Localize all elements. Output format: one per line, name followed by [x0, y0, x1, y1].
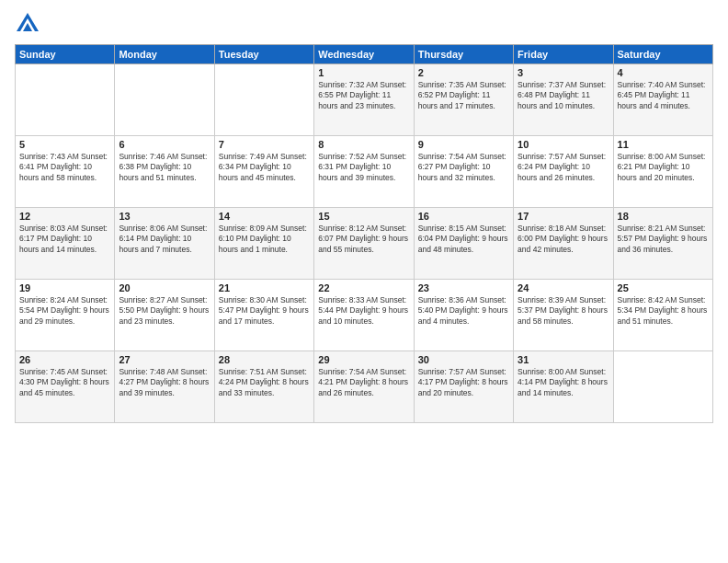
day-cell: 30Sunrise: 7:57 AM Sunset: 4:17 PM Dayli… [414, 351, 513, 423]
day-cell: 29Sunrise: 7:54 AM Sunset: 4:21 PM Dayli… [314, 351, 414, 423]
day-number: 5 [19, 139, 110, 150]
day-info: Sunrise: 8:30 AM Sunset: 5:47 PM Dayligh… [219, 295, 310, 327]
day-info: Sunrise: 8:36 AM Sunset: 5:40 PM Dayligh… [418, 295, 509, 327]
day-number: 3 [518, 67, 609, 78]
header-cell-sunday: Sunday [16, 45, 115, 64]
day-number: 8 [318, 139, 409, 150]
day-info: Sunrise: 8:00 AM Sunset: 6:21 PM Dayligh… [618, 152, 709, 183]
day-info: Sunrise: 8:39 AM Sunset: 5:37 PM Dayligh… [518, 295, 609, 327]
header-cell-friday: Friday [514, 45, 613, 64]
header-cell-thursday: Thursday [414, 45, 513, 64]
day-info: Sunrise: 8:15 AM Sunset: 6:04 PM Dayligh… [418, 224, 509, 255]
calendar-body: 1Sunrise: 7:32 AM Sunset: 6:55 PM Daylig… [16, 64, 713, 423]
header-cell-wednesday: Wednesday [314, 45, 414, 64]
day-cell: 16Sunrise: 8:15 AM Sunset: 6:04 PM Dayli… [414, 208, 513, 280]
day-info: Sunrise: 8:21 AM Sunset: 5:57 PM Dayligh… [618, 224, 709, 255]
week-row-1: 1Sunrise: 7:32 AM Sunset: 6:55 PM Daylig… [16, 64, 713, 136]
day-cell: 28Sunrise: 7:51 AM Sunset: 4:24 PM Dayli… [214, 351, 313, 423]
logo [15, 11, 44, 37]
day-cell: 17Sunrise: 8:18 AM Sunset: 6:00 PM Dayli… [514, 208, 613, 280]
day-number: 1 [318, 67, 409, 78]
day-info: Sunrise: 8:12 AM Sunset: 6:07 PM Dayligh… [318, 224, 409, 255]
day-info: Sunrise: 7:32 AM Sunset: 6:55 PM Dayligh… [318, 80, 409, 111]
day-info: Sunrise: 7:48 AM Sunset: 4:27 PM Dayligh… [119, 367, 210, 398]
day-number: 4 [618, 67, 709, 78]
day-number: 24 [518, 282, 609, 293]
day-info: Sunrise: 8:00 AM Sunset: 4:14 PM Dayligh… [518, 367, 609, 398]
day-cell: 12Sunrise: 8:03 AM Sunset: 6:17 PM Dayli… [16, 208, 115, 280]
day-cell: 14Sunrise: 8:09 AM Sunset: 6:10 PM Dayli… [214, 208, 313, 280]
header-cell-tuesday: Tuesday [214, 45, 313, 64]
day-number: 14 [219, 211, 310, 222]
day-cell: 8Sunrise: 7:52 AM Sunset: 6:31 PM Daylig… [314, 136, 414, 208]
header-row: SundayMondayTuesdayWednesdayThursdayFrid… [16, 45, 713, 64]
day-number: 16 [418, 211, 509, 222]
day-number: 26 [19, 354, 110, 365]
day-number: 21 [219, 282, 310, 293]
day-number: 18 [618, 211, 709, 222]
day-info: Sunrise: 8:42 AM Sunset: 5:34 PM Dayligh… [618, 295, 709, 327]
day-number: 25 [618, 282, 709, 293]
day-number: 12 [19, 211, 110, 222]
day-info: Sunrise: 7:40 AM Sunset: 6:45 PM Dayligh… [618, 80, 709, 111]
day-cell: 13Sunrise: 8:06 AM Sunset: 6:14 PM Dayli… [115, 208, 214, 280]
day-cell [214, 64, 313, 136]
day-cell: 4Sunrise: 7:40 AM Sunset: 6:45 PM Daylig… [613, 64, 712, 136]
day-info: Sunrise: 8:06 AM Sunset: 6:14 PM Dayligh… [119, 224, 210, 255]
week-row-2: 5Sunrise: 7:43 AM Sunset: 6:41 PM Daylig… [16, 136, 713, 208]
day-cell: 6Sunrise: 7:46 AM Sunset: 6:38 PM Daylig… [115, 136, 214, 208]
day-info: Sunrise: 7:35 AM Sunset: 6:52 PM Dayligh… [418, 80, 509, 111]
day-info: Sunrise: 7:49 AM Sunset: 6:34 PM Dayligh… [219, 152, 310, 183]
day-cell: 31Sunrise: 8:00 AM Sunset: 4:14 PM Dayli… [514, 351, 613, 423]
week-row-3: 12Sunrise: 8:03 AM Sunset: 6:17 PM Dayli… [16, 208, 713, 280]
day-cell: 7Sunrise: 7:49 AM Sunset: 6:34 PM Daylig… [214, 136, 313, 208]
header-cell-saturday: Saturday [613, 45, 712, 64]
week-row-5: 26Sunrise: 7:45 AM Sunset: 4:30 PM Dayli… [16, 351, 713, 423]
day-info: Sunrise: 7:37 AM Sunset: 6:48 PM Dayligh… [518, 80, 609, 111]
day-cell: 11Sunrise: 8:00 AM Sunset: 6:21 PM Dayli… [613, 136, 712, 208]
day-cell: 5Sunrise: 7:43 AM Sunset: 6:41 PM Daylig… [16, 136, 115, 208]
day-info: Sunrise: 7:52 AM Sunset: 6:31 PM Dayligh… [318, 152, 409, 183]
day-number: 9 [418, 139, 509, 150]
day-cell: 2Sunrise: 7:35 AM Sunset: 6:52 PM Daylig… [414, 64, 513, 136]
day-cell [613, 351, 712, 423]
day-info: Sunrise: 8:33 AM Sunset: 5:44 PM Dayligh… [318, 295, 409, 327]
day-number: 11 [618, 139, 709, 150]
day-info: Sunrise: 8:03 AM Sunset: 6:17 PM Dayligh… [19, 224, 110, 255]
day-cell: 15Sunrise: 8:12 AM Sunset: 6:07 PM Dayli… [314, 208, 414, 280]
day-info: Sunrise: 7:45 AM Sunset: 4:30 PM Dayligh… [19, 367, 110, 398]
day-cell: 23Sunrise: 8:36 AM Sunset: 5:40 PM Dayli… [414, 280, 513, 351]
day-cell: 3Sunrise: 7:37 AM Sunset: 6:48 PM Daylig… [514, 64, 613, 136]
day-number: 28 [219, 354, 310, 365]
day-cell: 9Sunrise: 7:54 AM Sunset: 6:27 PM Daylig… [414, 136, 513, 208]
day-cell: 27Sunrise: 7:48 AM Sunset: 4:27 PM Dayli… [115, 351, 214, 423]
header [15, 11, 713, 37]
day-number: 2 [418, 67, 509, 78]
week-row-4: 19Sunrise: 8:24 AM Sunset: 5:54 PM Dayli… [16, 280, 713, 351]
calendar-page: SundayMondayTuesdayWednesdayThursdayFrid… [0, 0, 728, 563]
calendar-table: SundayMondayTuesdayWednesdayThursdayFrid… [15, 44, 713, 423]
day-info: Sunrise: 7:46 AM Sunset: 6:38 PM Dayligh… [119, 152, 210, 183]
day-number: 22 [318, 282, 409, 293]
day-cell: 25Sunrise: 8:42 AM Sunset: 5:34 PM Dayli… [613, 280, 712, 351]
logo-icon [15, 11, 40, 37]
day-cell: 21Sunrise: 8:30 AM Sunset: 5:47 PM Dayli… [214, 280, 313, 351]
day-number: 19 [19, 282, 110, 293]
day-number: 29 [318, 354, 409, 365]
day-cell [115, 64, 214, 136]
day-number: 17 [518, 211, 609, 222]
day-info: Sunrise: 7:51 AM Sunset: 4:24 PM Dayligh… [219, 367, 310, 398]
day-info: Sunrise: 8:09 AM Sunset: 6:10 PM Dayligh… [219, 224, 310, 255]
day-cell: 18Sunrise: 8:21 AM Sunset: 5:57 PM Dayli… [613, 208, 712, 280]
day-number: 23 [418, 282, 509, 293]
day-info: Sunrise: 8:27 AM Sunset: 5:50 PM Dayligh… [119, 295, 210, 327]
header-cell-monday: Monday [115, 45, 214, 64]
day-info: Sunrise: 8:18 AM Sunset: 6:00 PM Dayligh… [518, 224, 609, 255]
calendar-header: SundayMondayTuesdayWednesdayThursdayFrid… [16, 45, 713, 64]
day-info: Sunrise: 7:54 AM Sunset: 6:27 PM Dayligh… [418, 152, 509, 183]
day-number: 6 [119, 139, 210, 150]
day-info: Sunrise: 7:54 AM Sunset: 4:21 PM Dayligh… [318, 367, 409, 398]
day-number: 27 [119, 354, 210, 365]
day-number: 7 [219, 139, 310, 150]
day-cell: 20Sunrise: 8:27 AM Sunset: 5:50 PM Dayli… [115, 280, 214, 351]
